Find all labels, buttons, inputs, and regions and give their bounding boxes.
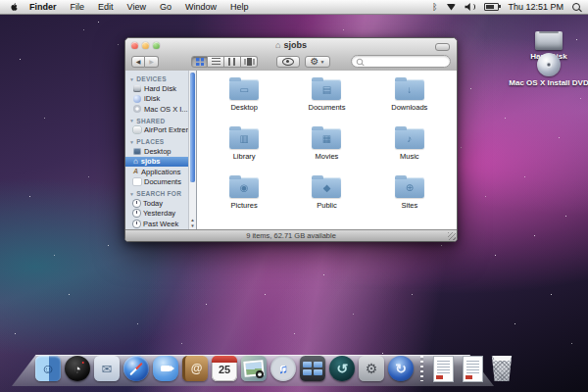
dock-spaces-icon[interactable]	[300, 356, 325, 381]
dock-divider	[420, 356, 423, 381]
search-input[interactable]	[351, 55, 451, 68]
toolbar-toggle-button[interactable]	[435, 43, 450, 51]
bluetooth-icon[interactable]: ᛒ	[432, 2, 437, 12]
window-header[interactable]: ⌂ sjobs ◀ ▶ ⚙▼	[125, 38, 457, 72]
sidebar-item-sjobs[interactable]: ⌂sjobs	[125, 157, 196, 168]
window-title: ⌂ sjobs	[275, 40, 307, 50]
dock-ichat-icon[interactable]	[153, 356, 178, 381]
sidebar-item-yesterday[interactable]: Yesterday	[129, 209, 188, 220]
wifi-icon[interactable]	[446, 4, 456, 11]
dock-time-machine-icon[interactable]: ↺	[329, 356, 355, 381]
desktop-icon-install-dvd[interactable]: Mac OS X Install DVD	[508, 53, 588, 87]
action-menu-button[interactable]: ⚙▼	[305, 56, 330, 68]
sidebar-item-documents[interactable]: Documents	[129, 177, 188, 188]
sidebar-item-applications[interactable]: AApplications	[129, 167, 188, 177]
spotlight-icon[interactable]	[572, 3, 580, 11]
folder-icon: ♪	[395, 128, 424, 149]
dock-ical-icon[interactable]: 25	[212, 356, 237, 381]
sidebar-item-desktop[interactable]: Desktop	[129, 146, 188, 157]
folder-movies[interactable]: ▦Movies	[285, 122, 368, 171]
dock-preview-icon[interactable]	[241, 356, 267, 381]
dock-documents-stack-icon[interactable]	[430, 356, 456, 381]
sidebar-section-devices[interactable]: ▼DEVICES	[129, 75, 188, 82]
zoom-button[interactable]	[153, 42, 160, 49]
battery-icon[interactable]	[484, 3, 499, 11]
folder-downloads[interactable]: ↓Downloads	[368, 73, 451, 122]
grid-view-icon	[196, 58, 204, 66]
dock-dashboard-icon[interactable]: ◔•	[65, 356, 90, 381]
sidebar-item-past-week[interactable]: Past Week	[129, 219, 188, 229]
back-button[interactable]: ◀	[131, 56, 145, 68]
coverflow-view-button[interactable]	[241, 56, 258, 68]
spaces-panes-icon	[303, 362, 322, 375]
menu-bar: Finder File Edit View Go Window Help ᛒ T…	[0, 0, 588, 15]
applications-icon: A	[133, 168, 138, 175]
dock-finder-icon[interactable]: ☺	[35, 356, 61, 381]
status-bar: 9 items, 62.71 GB available	[125, 229, 457, 241]
sidebar-scrollbar[interactable]: ▲▼	[188, 71, 196, 230]
sidebar-item-today[interactable]: Today	[129, 198, 188, 209]
icon-view-button[interactable]	[191, 56, 208, 68]
close-button[interactable]	[131, 42, 138, 49]
dvd-disc-icon	[537, 53, 561, 76]
folder-documents[interactable]: ▤Documents	[285, 73, 368, 122]
dock-system-preferences-icon[interactable]: ⚙	[359, 356, 384, 381]
clock-icon	[133, 220, 140, 227]
menu-item-edit[interactable]: Edit	[91, 0, 121, 14]
forward-button[interactable]: ▶	[145, 56, 159, 68]
sidebar-item-hard-disk[interactable]: Hard Disk	[129, 83, 188, 94]
title-bar: ⌂ sjobs	[125, 38, 457, 52]
folder-sites[interactable]: ⊕Sites	[368, 171, 451, 220]
dock-trash-icon[interactable]	[489, 356, 514, 381]
compass-needle-icon	[129, 362, 142, 374]
volume-icon[interactable]	[465, 3, 475, 11]
sidebar-item-idisk[interactable]: iDisk	[129, 94, 188, 105]
menu-clock[interactable]: Thu 12:51 PM	[508, 2, 564, 12]
dock-downloads-stack-icon[interactable]	[460, 356, 485, 381]
scroll-down-arrow[interactable]: ▼	[190, 224, 194, 229]
scroll-up-arrow[interactable]: ▲	[190, 219, 194, 223]
menu-item-window[interactable]: Window	[178, 0, 223, 14]
folder-icon: ◆	[312, 177, 341, 198]
apple-menu[interactable]	[6, 2, 23, 12]
menu-item-finder[interactable]: Finder	[23, 0, 64, 14]
document-icon	[133, 178, 141, 185]
list-view-button[interactable]	[208, 56, 224, 68]
video-camera-icon	[161, 366, 171, 371]
document-icon	[464, 357, 482, 381]
idisk-icon	[133, 95, 141, 103]
minimize-button[interactable]	[142, 42, 149, 49]
column-view-button[interactable]	[224, 56, 241, 68]
clock-icon	[133, 200, 140, 207]
pictures-emblem-icon: ◉	[240, 183, 249, 193]
dock-safari-icon[interactable]	[123, 356, 149, 381]
folder-icon: ◉	[229, 177, 259, 198]
folder-desktop[interactable]: ▭Desktop	[203, 73, 285, 122]
menu-item-go[interactable]: Go	[153, 0, 178, 14]
scrollbar-thumb[interactable]	[190, 73, 195, 182]
dock-itunes-icon[interactable]: ♫	[270, 356, 296, 381]
sidebar-item-airport-extreme[interactable]: AirPort Extreme	[129, 125, 188, 136]
menu-item-file[interactable]: File	[64, 0, 92, 14]
quick-look-button[interactable]	[276, 56, 300, 68]
folder-library[interactable]: ▥Library	[203, 122, 285, 171]
folder-contents: ▭Desktop ▤Documents ↓Downloads ▥Library …	[197, 71, 457, 230]
menu-item-view[interactable]: View	[121, 0, 153, 14]
movies-emblem-icon: ▦	[322, 134, 331, 144]
folder-icon: ▥	[229, 128, 259, 149]
sidebar-section-places[interactable]: ▼PLACES	[129, 138, 188, 145]
menu-item-help[interactable]: Help	[223, 0, 256, 14]
sidebar-section-search-for[interactable]: ▼SEARCH FOR	[129, 190, 188, 197]
folder-music[interactable]: ♪Music	[368, 122, 451, 171]
toolbar: ◀ ▶ ⚙▼	[125, 52, 457, 71]
dock: ☺ ◔• ✉ @ 25 ♫ ↺ ⚙ ↻	[12, 355, 494, 386]
dock-address-book-icon[interactable]: @	[182, 356, 208, 381]
sidebar-item-install-dvd[interactable]: Mac OS X I...	[129, 104, 188, 115]
resize-grip[interactable]	[448, 232, 456, 240]
sidebar-section-shared[interactable]: ▼SHARED	[129, 118, 188, 124]
document-icon	[434, 357, 453, 381]
folder-public[interactable]: ◆Public	[285, 171, 368, 220]
folder-pictures[interactable]: ◉Pictures	[203, 171, 285, 220]
dock-mail-icon[interactable]: ✉	[94, 356, 120, 381]
dock-software-update-icon[interactable]: ↻	[388, 356, 414, 381]
